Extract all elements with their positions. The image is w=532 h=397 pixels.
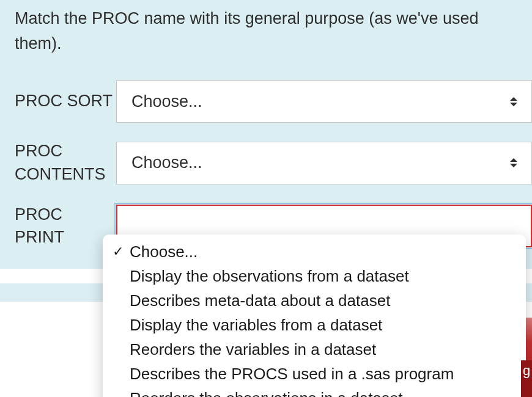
match-row-sort: PROC SORT Choose...	[15, 80, 532, 123]
option-text: Reorders the variables in a dataset	[130, 340, 516, 359]
chevron-updown-icon	[509, 158, 518, 169]
dropdown-option-choose[interactable]: ✓ Choose...	[103, 239, 526, 264]
corner-tab[interactable]: g	[521, 360, 532, 397]
row-label: PROC SORT	[15, 90, 116, 113]
dropdown-option-meta[interactable]: Describes meta-data about a dataset	[103, 288, 526, 313]
dropdown-option-display-obs[interactable]: Display the observations from a dataset	[103, 264, 526, 288]
dropdown-option-display-vars[interactable]: Display the variables from a dataset	[103, 313, 526, 337]
dropdown-option-procs[interactable]: Describes the PROCS used in a .sas progr…	[103, 362, 526, 386]
select-proc-contents[interactable]: Choose...	[116, 142, 532, 184]
check-icon: ✓	[113, 244, 130, 260]
match-row-contents: PROC CONTENTS Choose...	[15, 140, 532, 186]
row-label: PROC CONTENTS	[15, 140, 116, 186]
option-text: Choose...	[130, 242, 516, 261]
dropdown-option-reorder-vars[interactable]: Reorders the variables in a dataset	[103, 337, 526, 362]
option-text: Reorders the observations in a dataset	[130, 389, 516, 398]
question-text: Match the PROC name with its general pur…	[15, 6, 532, 56]
dropdown-popup: ✓ Choose... Display the observations fro…	[103, 235, 526, 397]
row-label: PROC PRINT	[15, 203, 116, 250]
select-value: Choose...	[131, 153, 202, 172]
option-text: Describes meta-data about a dataset	[130, 291, 516, 310]
select-proc-sort[interactable]: Choose...	[116, 80, 532, 123]
option-text: Display the variables from a dataset	[130, 316, 516, 335]
corner-glyph: g	[523, 363, 530, 379]
select-value: Choose...	[131, 92, 202, 111]
option-text: Display the observations from a dataset	[130, 267, 516, 286]
chevron-updown-icon	[509, 96, 518, 107]
dropdown-option-reorder-obs[interactable]: Reorders the observations in a dataset	[103, 386, 526, 397]
option-text: Describes the PROCS used in a .sas progr…	[130, 365, 516, 384]
match-rows: PROC SORT Choose... PROC CONTENTS Choose…	[15, 80, 532, 249]
quiz-panel: Match the PROC name with its general pur…	[0, 0, 532, 269]
